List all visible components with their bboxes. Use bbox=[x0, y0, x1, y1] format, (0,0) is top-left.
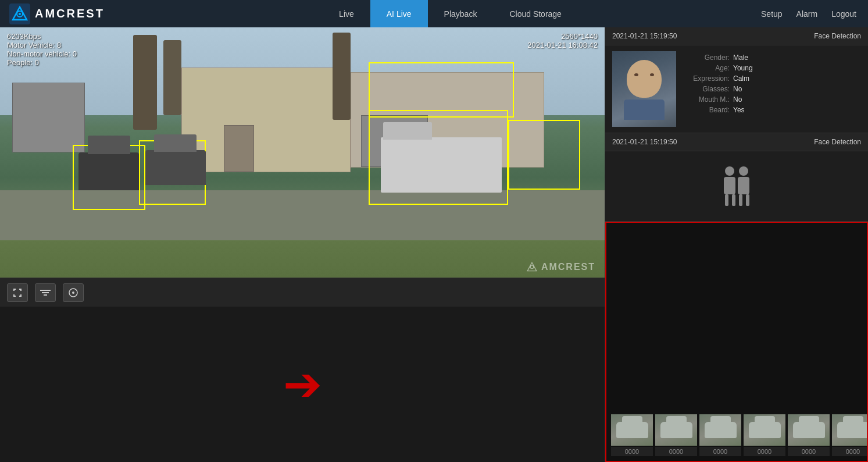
car-shape-5 bbox=[793, 422, 825, 438]
expression-label: Expression: bbox=[683, 74, 730, 83]
house-1 bbox=[12, 83, 85, 152]
car-thumb-2: 0000 bbox=[655, 414, 697, 456]
nav-playback[interactable]: Playback bbox=[428, 0, 494, 27]
face-body-shape bbox=[624, 99, 665, 120]
car-thumb-img-1 bbox=[611, 414, 653, 446]
logo-text: AMCREST bbox=[35, 7, 105, 20]
amcrest-watermark: AMCREST bbox=[526, 261, 595, 273]
car-1-body bbox=[78, 152, 139, 190]
svg-point-5 bbox=[530, 265, 534, 269]
car-label-1: 0000 bbox=[611, 447, 653, 456]
nav-live[interactable]: Live bbox=[323, 0, 370, 27]
car-img-inner-4 bbox=[744, 414, 785, 446]
tree-2 bbox=[163, 40, 181, 115]
car-thumb-img-5 bbox=[788, 414, 830, 446]
camera-overlay-tl: 6203Kbps Motor Vehicle: 8 Non-motor vehi… bbox=[7, 32, 77, 67]
detection-type-1: Face Detection bbox=[814, 32, 861, 40]
camera-background: 6203Kbps Motor Vehicle: 8 Non-motor vehi… bbox=[0, 27, 605, 278]
left-panel: 6203Kbps Motor Vehicle: 8 Non-motor vehi… bbox=[0, 27, 605, 462]
truck-cab bbox=[383, 122, 431, 140]
face-attr-beard: Beard: Yes bbox=[683, 106, 753, 114]
car-shape-3 bbox=[705, 422, 737, 438]
logo-area: AMCREST bbox=[0, 3, 140, 24]
car-2-roof bbox=[154, 134, 197, 152]
car-shape-6 bbox=[837, 422, 869, 438]
car-img-inner-5 bbox=[788, 414, 830, 446]
car-label-5: 0000 bbox=[788, 447, 830, 456]
expression-value: Calm bbox=[733, 74, 749, 83]
ptz-button[interactable] bbox=[63, 283, 84, 302]
svg-point-7 bbox=[72, 292, 74, 294]
car-img-inner-2 bbox=[655, 414, 697, 446]
car-shape-1 bbox=[616, 422, 648, 438]
face-silhouette-1 bbox=[621, 60, 667, 118]
car-2-body bbox=[145, 150, 206, 185]
car-thumb-img-6 bbox=[832, 414, 868, 446]
red-arrow: ➔ bbox=[283, 361, 322, 408]
thumbnails-area: 0000 0000 bbox=[606, 223, 868, 461]
eye-left bbox=[634, 73, 638, 76]
camera-controls bbox=[0, 278, 605, 307]
svg-rect-11 bbox=[732, 194, 735, 206]
nav-logout[interactable]: Logout bbox=[831, 9, 856, 19]
stream-icon bbox=[40, 289, 51, 297]
svg-point-8 bbox=[725, 166, 734, 176]
age-label: Age: bbox=[683, 64, 730, 72]
road-area bbox=[0, 190, 605, 240]
detection-header-1: 2021-01-21 15:19:50 Face Detection bbox=[605, 27, 868, 45]
car-img-inner-6 bbox=[832, 414, 868, 446]
age-value: Young bbox=[733, 64, 753, 72]
svg-rect-14 bbox=[739, 194, 742, 206]
gender-value: Male bbox=[733, 54, 748, 62]
detection-type-2: Face Detection bbox=[814, 138, 861, 146]
svg-point-3 bbox=[19, 13, 21, 15]
car-thumb-6: 0000 bbox=[832, 414, 868, 456]
car-thumbnails-row: 0000 0000 bbox=[611, 273, 868, 456]
nav-ai-live[interactable]: AI Live bbox=[370, 0, 428, 27]
stream-button[interactable] bbox=[35, 283, 56, 302]
main-content: 6203Kbps Motor Vehicle: 8 Non-motor vehi… bbox=[0, 27, 868, 462]
fullscreen-icon bbox=[13, 288, 22, 297]
svg-marker-4 bbox=[527, 262, 537, 271]
face-thumbnail-1 bbox=[612, 51, 676, 127]
ptz-icon bbox=[68, 287, 78, 298]
face-head bbox=[627, 60, 662, 98]
car-shape-2 bbox=[660, 422, 692, 438]
svg-point-12 bbox=[739, 166, 748, 176]
tree-1 bbox=[133, 35, 158, 130]
svg-rect-15 bbox=[746, 194, 749, 206]
people-icon-area bbox=[719, 163, 754, 209]
eye-right bbox=[650, 73, 654, 76]
nav-setup[interactable]: Setup bbox=[761, 9, 783, 19]
non-motor-text: Non-motor vehicle: 0 bbox=[7, 49, 77, 58]
camera-view: 6203Kbps Motor Vehicle: 8 Non-motor vehi… bbox=[0, 27, 605, 278]
car-thumb-img-3 bbox=[699, 414, 741, 446]
top-navigation: AMCREST Live AI Live Playback Cloud Stor… bbox=[0, 0, 868, 27]
car-thumb-3: 0000 bbox=[699, 414, 741, 456]
face-attr-gender: Gender: Male bbox=[683, 54, 753, 62]
fullscreen-button[interactable] bbox=[7, 283, 28, 302]
face-attr-age: Age: Young bbox=[683, 64, 753, 72]
motor-vehicle-text: Motor Vehicle: 8 bbox=[7, 41, 77, 49]
nav-alarm[interactable]: Alarm bbox=[796, 9, 818, 19]
detection-timestamp-1: 2021-01-21 15:19:50 bbox=[612, 32, 677, 40]
bottom-right-panel: 0000 0000 bbox=[605, 222, 868, 462]
car-1-roof bbox=[88, 136, 130, 154]
timestamp-text: 2021-01-21 16:08:42 bbox=[527, 41, 598, 49]
mouth-mask-value: No bbox=[733, 95, 742, 104]
car-label-3: 0000 bbox=[699, 447, 741, 456]
people-card-body bbox=[605, 151, 868, 221]
car-thumb-img-2 bbox=[655, 414, 697, 446]
detection-card-1: 2021-01-21 15:19:50 Face Detection bbox=[605, 27, 868, 133]
car-img-inner-3 bbox=[699, 414, 741, 446]
left-bottom-area: ➔ bbox=[0, 307, 605, 462]
nav-right: Setup Alarm Logout bbox=[761, 9, 868, 19]
detection-header-2: 2021-01-21 15:19:50 Face Detection bbox=[605, 133, 868, 151]
svg-rect-9 bbox=[724, 177, 735, 194]
right-panel: 2021-01-21 15:19:50 Face Detection bbox=[605, 27, 868, 462]
watermark-area: AMCREST bbox=[526, 261, 595, 273]
detection-card-2: 2021-01-21 15:19:50 Face Detection bbox=[605, 133, 868, 222]
nav-cloud-storage[interactable]: Cloud Storage bbox=[493, 0, 578, 27]
amcrest-logo-icon bbox=[9, 3, 30, 24]
face-attr-mouth: Mouth M.: No bbox=[683, 95, 753, 104]
